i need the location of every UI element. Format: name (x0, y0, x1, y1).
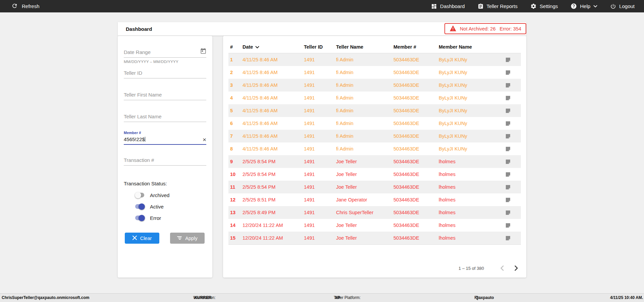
cell-row-number: 6 (230, 121, 243, 126)
cell-row-number: 10 (230, 172, 243, 177)
transactions-card: # Date Teller ID Teller Name Member # Me… (223, 36, 526, 278)
col-header-teller-name[interactable]: Teller Name (336, 44, 393, 50)
cell-row-number: 1 (230, 57, 243, 62)
clear-field-icon[interactable]: × (203, 137, 206, 142)
cell-teller-name: fi Admin (336, 82, 393, 88)
cell-row-number: 4 (230, 95, 243, 101)
date-range-placeholder: Date Range (124, 49, 151, 55)
cell-member-name: lholmes (439, 235, 499, 241)
table-row[interactable]: 14 12/20/24 11:22 AM 1491 Joe Teller 503… (228, 219, 521, 232)
toggle-row-active: Active (135, 202, 206, 210)
top-navbar: Refresh Dashboard Teller Reports Setting… (0, 0, 644, 12)
cell-member-number: 5034463DE (393, 133, 439, 139)
table-row[interactable]: 6 4/11/25 8:46 AM 1491 fi Admin 5034463D… (228, 117, 521, 130)
archive-error-alert[interactable]: Not Archived: 26 Error: 354 (444, 23, 526, 34)
note-icon[interactable] (499, 235, 521, 241)
col-header-member-number[interactable]: Member # (393, 44, 439, 50)
table-row[interactable]: 10 2/5/25 8:54 PM 1491 Joe Teller 503446… (228, 168, 521, 181)
note-icon[interactable] (499, 184, 521, 190)
note-icon[interactable] (499, 70, 521, 75)
cell-member-name: lholmes (439, 184, 499, 190)
cell-date: 12/20/24 11:22 AM (243, 223, 304, 228)
cell-teller-id: 1491 (304, 223, 336, 228)
cell-teller-name: Joe Teller (336, 223, 393, 228)
note-icon[interactable] (499, 210, 521, 216)
teller-id-field[interactable]: Teller ID (124, 70, 206, 78)
note-icon[interactable] (499, 223, 521, 228)
note-icon[interactable] (499, 133, 521, 139)
cell-member-number: 5034463DE (393, 159, 439, 164)
chevron-down-icon (593, 5, 597, 8)
table-row[interactable]: 12 2/5/25 8:51 PM 1491 Jane Operator 503… (228, 193, 521, 206)
table-row[interactable]: 13 2/5/25 8:49 PM 1491 Chris SuperTeller… (228, 206, 521, 219)
cell-date: 4/11/25 8:46 AM (243, 146, 304, 152)
apply-button[interactable]: Apply (170, 233, 205, 244)
cell-member-name: ByLyJI KUNy (439, 121, 499, 126)
note-icon[interactable] (499, 159, 521, 165)
table-header: # Date Teller ID Teller Name Member # Me… (228, 41, 521, 53)
col-header-member-name[interactable]: Member Name (439, 44, 499, 50)
cell-member-name: ByLyJI KUNy (439, 70, 499, 75)
nav-item-settings[interactable]: Settings (530, 3, 558, 9)
calendar-icon[interactable] (200, 48, 206, 55)
note-icon[interactable] (499, 172, 521, 177)
toggle-switch[interactable] (135, 204, 144, 209)
next-page-button[interactable] (512, 263, 521, 273)
note-icon[interactable] (499, 108, 521, 114)
teller-first-name-field[interactable]: Teller First Name (124, 92, 206, 100)
clear-button[interactable]: Clear (125, 233, 159, 244)
table-row[interactable]: 7 4/11/25 8:46 AM 1491 fi Admin 5034463D… (228, 130, 521, 142)
table-row[interactable]: 8 4/11/25 8:46 AM 1491 fi Admin 5034463D… (228, 142, 521, 155)
cell-row-number: 13 (230, 210, 243, 215)
table-row[interactable]: 15 12/20/24 11:22 AM 1491 Joe Teller 503… (228, 232, 521, 244)
previous-page-button[interactable] (497, 263, 507, 273)
note-icon[interactable] (499, 95, 521, 101)
table-row[interactable]: 2 4/11/25 8:46 AM 1491 fi Admin 5034463D… (228, 66, 521, 79)
teller-last-name-field[interactable]: Teller Last Name (124, 114, 206, 122)
nav-item-help[interactable]: Help (571, 3, 597, 9)
toggle-knob (139, 203, 145, 210)
note-icon[interactable] (499, 82, 521, 88)
nav-item-label: Dashboard (440, 3, 465, 9)
table-row[interactable]: 1 4/11/25 8:46 AM 1491 fi Admin 5034463D… (228, 53, 521, 66)
transaction-number-field[interactable]: Transaction # (124, 157, 206, 166)
cell-member-name: ByLyJI KUNy (439, 133, 499, 139)
refresh-button[interactable]: Refresh (0, 3, 40, 10)
nav-item-logout[interactable]: Logout (610, 3, 635, 9)
alert-not-archived-count: Not Archived: 26 (460, 26, 495, 32)
nav-item-label: Teller Reports (487, 3, 518, 9)
toggle-switch[interactable] (135, 193, 144, 197)
teller-id-placeholder: Teller ID (124, 70, 142, 76)
status-datetime: 4/11/25 10:40 AM. (610, 294, 643, 302)
filter-sidebar: Date Range MM/DD/YYYY – MM/DD/YYYY Telle… (118, 36, 212, 278)
cell-teller-id: 1491 (304, 70, 336, 75)
note-icon[interactable] (499, 57, 521, 63)
table-row[interactable]: 4 4/11/25 8:46 AM 1491 fi Admin 5034463D… (228, 92, 521, 104)
member-number-field[interactable]: Member # 4565!22$ × (124, 131, 206, 145)
teller-platform-info: Teller Platform: XP (334, 294, 335, 302)
nav-item-dashboard[interactable]: Dashboard (431, 3, 465, 9)
date-range-field[interactable]: Date Range MM/DD/YYYY – MM/DD/YYYY (124, 48, 206, 64)
toggle-switch[interactable] (135, 216, 144, 220)
table-row[interactable]: 9 2/5/25 8:54 PM 1491 Joe Teller 5034463… (228, 155, 521, 168)
table-row[interactable]: 5 4/11/25 8:46 AM 1491 fi Admin 5034463D… (228, 104, 521, 117)
table-row[interactable]: 11 2/5/25 8:54 PM 1491 Joe Teller 503446… (228, 181, 521, 193)
cell-teller-id: 1491 (304, 95, 336, 101)
teller-last-name-placeholder: Teller Last Name (124, 114, 162, 119)
table-row[interactable]: 3 4/11/25 8:46 AM 1491 fi Admin 5034463D… (228, 79, 521, 92)
cell-member-number: 5034463DE (393, 57, 439, 62)
nav-item-teller-reports[interactable]: Teller Reports (478, 3, 518, 9)
cell-teller-name: Joe Teller (336, 184, 393, 190)
cell-member-name: lholmes (439, 197, 499, 202)
alert-error-count: Error: 354 (500, 26, 521, 32)
cell-teller-id: 1491 (304, 159, 336, 164)
note-icon[interactable] (499, 146, 521, 152)
toggle-knob (139, 215, 145, 221)
col-header-date[interactable]: Date (243, 44, 304, 50)
teller-first-name-placeholder: Teller First Name (124, 92, 162, 98)
note-icon[interactable] (499, 121, 521, 126)
note-icon[interactable] (499, 197, 521, 203)
warning-icon (449, 25, 457, 33)
cell-member-name: ByLyJI KUNy (439, 82, 499, 88)
col-header-teller-id[interactable]: Teller ID (304, 44, 336, 50)
